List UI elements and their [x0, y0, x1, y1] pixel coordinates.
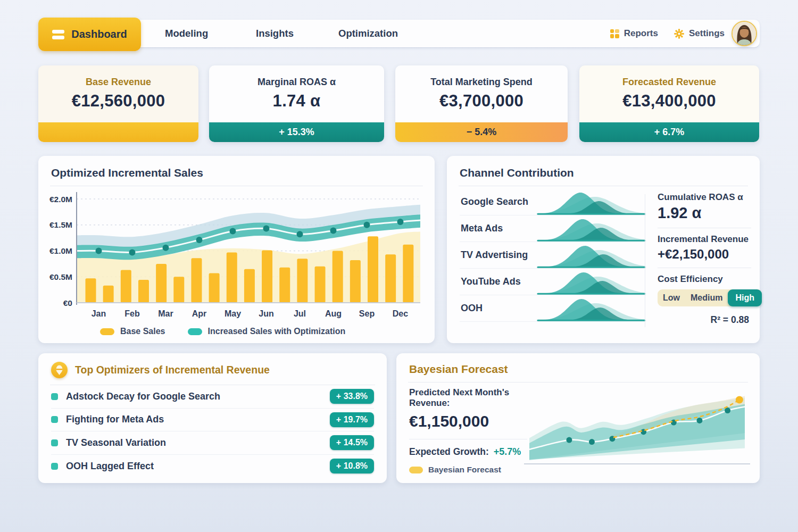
divider — [658, 268, 751, 268]
optimizer-row: Adstock Decay for Google Search+ 33.8% — [51, 385, 374, 409]
expected-growth-value: +5.7% — [494, 446, 521, 458]
tab-optimization[interactable]: Optimization — [338, 20, 398, 47]
forecast-legend-label: Bayesian Forecast — [428, 465, 501, 475]
svg-text:Dec: Dec — [393, 309, 408, 318]
channel-label: OOH — [461, 303, 483, 314]
optimizer-row: TV Seasonal Variation+ 14.5% — [51, 431, 374, 455]
optimizer-label: Adstock Decay for Google Search — [66, 391, 220, 402]
svg-text:Feb: Feb — [124, 309, 140, 318]
toggle-option-high[interactable]: High — [728, 289, 762, 306]
predicted-revenue-label: Predicted Next Month's Revenue: — [409, 387, 527, 409]
top-navbar: ModelingInsightsOptimization Reports — [41, 20, 760, 47]
channel-label: Google Search — [461, 196, 528, 207]
kpi-title: Marginal ROAS α — [257, 77, 336, 88]
toggle-option-low[interactable]: Low — [658, 290, 685, 306]
forecast-summary: Predicted Next Month's Revenue: €1,150,0… — [409, 387, 527, 475]
svg-text:Jan: Jan — [92, 309, 106, 318]
kpi-title: Forecasted Revenue — [622, 77, 716, 88]
optimizers-list: Adstock Decay for Google Search+ 33.8%Fi… — [51, 385, 374, 478]
settings-gear-icon — [674, 29, 684, 39]
kpi-card-2: Marginal ROAS α1.74 α+ 15.3% — [209, 65, 384, 142]
toggle-option-medium[interactable]: Medium — [685, 290, 728, 306]
svg-text:€1.5M: €1.5M — [49, 220, 72, 229]
channel-row: TV Advertising — [460, 242, 646, 269]
divider — [459, 186, 748, 186]
award-icon — [51, 362, 68, 378]
tab-insights[interactable]: Insights — [256, 20, 294, 47]
kpi-delta-bar: + 6.7% — [579, 122, 759, 142]
dashboard-menu-icon — [52, 30, 64, 39]
tab-modeling[interactable]: Modeling — [165, 20, 208, 47]
kpi-value: €13,400,000 — [622, 92, 716, 111]
channel-row: OOH — [460, 295, 646, 322]
bullet-icon — [51, 393, 58, 400]
dashboard-page: ModelingInsightsOptimization Reports — [0, 0, 798, 532]
user-avatar[interactable] — [732, 21, 757, 46]
divider — [658, 228, 751, 228]
svg-text:€0: €0 — [63, 298, 72, 307]
sales-bar-line-chart: €2.0M€1.5M€1.0M€0.5M€0JanFebMarAprMayJun… — [45, 185, 428, 323]
optimizers-title: Top Optimizers of Incremental Revenue — [75, 364, 270, 376]
channel-label: YouTube Ads — [461, 276, 521, 287]
channel-row: Meta Ads — [460, 215, 646, 242]
bullet-icon — [51, 439, 58, 446]
channel-list: Google SearchMeta AdsTV AdvertisingYouTu… — [460, 189, 646, 322]
cumulative-roas-label: Cumulative ROAS α — [658, 192, 751, 203]
kpi-delta-bar: − 5.4% — [395, 122, 568, 142]
forecast-line-chart — [524, 383, 753, 470]
optimizer-row: Fighting for Meta Ads+ 19.7% — [51, 409, 374, 432]
forecast-panel-title: Bayesian Forecast — [396, 353, 760, 382]
settings-label: Settings — [689, 28, 725, 39]
optimizer-badge: + 19.7% — [330, 412, 374, 427]
optimizers-header: Top Optimizers of Incremental Revenue — [38, 353, 387, 385]
reports-label: Reports — [624, 28, 658, 39]
optimizer-row: OOH Lagged Effect+ 10.8% — [51, 455, 374, 478]
divider — [408, 382, 748, 383]
incremental-revenue-label: Incremental Revenue — [658, 234, 751, 245]
kpi-delta-bar: + 15.3% — [209, 122, 384, 142]
optimizer-badge: + 14.5% — [330, 435, 374, 450]
optimizer-label: TV Seasonal Variation — [66, 437, 166, 448]
kpi-card-3: Total Marketing Spend€3,700,000− 5.4% — [395, 65, 568, 142]
divider — [409, 439, 527, 439]
svg-text:May: May — [225, 309, 241, 318]
channel-ridge-chart — [537, 270, 646, 295]
legend-label: Increased Sales with Optimization — [208, 327, 346, 336]
settings-button[interactable]: Settings — [674, 28, 725, 39]
bullet-icon — [51, 463, 58, 470]
tab-dashboard[interactable]: Dashboard — [38, 18, 141, 51]
reports-button[interactable]: Reports — [610, 28, 658, 39]
incremental-revenue-value: +€2,150,000 — [658, 247, 751, 262]
kpi-title: Base Revenue — [86, 77, 151, 88]
legend-swatch — [188, 328, 202, 335]
tab-dashboard-label: Dashboard — [71, 28, 127, 40]
svg-text:€2.0M: €2.0M — [49, 195, 72, 204]
kpi-value: €3,700,000 — [439, 92, 523, 111]
forecast-legend: Bayesian Forecast — [409, 465, 527, 475]
optimizer-badge: + 33.8% — [330, 389, 374, 404]
channel-ridge-chart — [537, 297, 646, 321]
legend-item: Increased Sales with Optimization — [188, 327, 346, 336]
optimizer-badge: + 10.8% — [330, 459, 374, 473]
channel-stats-column: Cumulative ROAS α 1.92 α Incremental Rev… — [658, 192, 751, 326]
channel-label: TV Advertising — [461, 250, 528, 261]
bullet-icon — [51, 416, 58, 423]
svg-text:Apr: Apr — [192, 309, 207, 318]
svg-text:Aug: Aug — [325, 309, 342, 318]
svg-text:Jul: Jul — [294, 309, 306, 318]
legend-label: Base Sales — [120, 327, 165, 336]
channel-ridge-chart — [537, 190, 646, 215]
channel-label: Meta Ads — [461, 223, 503, 234]
vertical-divider — [645, 194, 645, 327]
kpi-value: 1.74 α — [273, 92, 321, 111]
forecast-legend-swatch — [409, 467, 423, 473]
optimizer-label: OOH Lagged Effect — [66, 461, 154, 472]
top-optimizers-panel: Top Optimizers of Incremental Revenue Ad… — [38, 353, 387, 483]
expected-growth-label: Expected Growth: — [409, 446, 489, 458]
svg-text:€0.5M: €0.5M — [49, 272, 72, 281]
nav-right-group: Reports — [610, 20, 725, 47]
kpi-delta-bar — [38, 122, 198, 142]
kpi-value: €12,560,000 — [72, 92, 165, 111]
kpi-card-4: Forecasted Revenue€13,400,000+ 6.7% — [579, 65, 759, 142]
sales-panel-title: Optimized Incremental Sales — [38, 156, 435, 186]
